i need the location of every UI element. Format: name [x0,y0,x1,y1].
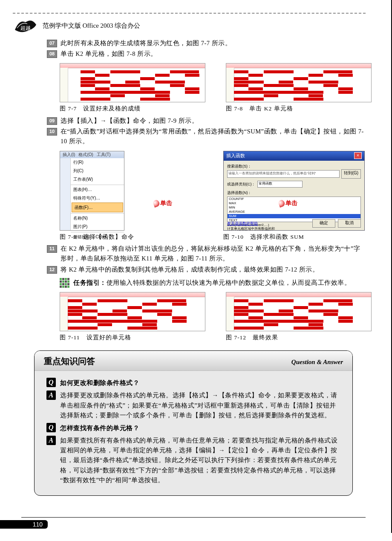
qa-answer-1: 选择要更改或删除条件格式的单元格。选择【格式】→【条件格式】命令，如果要更改格式… [60,391,340,420]
caption-7-12: 图 7-12 最终效果 [226,333,371,342]
step-number: 10 [47,128,57,136]
dialog-cat-label: 或选择类别(C)： [227,181,256,187]
step-text: 在“插入函数”对话框中选择类别为“常用函数”，然后选择函数为“SUM”函数，单击… [61,127,366,146]
click-callout: 单击 [279,199,297,208]
a-icon: A [46,391,56,400]
menu-item: 超链接(I)… Ctrl+K [71,232,124,241]
step-number: 07 [47,40,57,47]
step-number: 08 [47,50,57,58]
step-text: 在 K2 单元格中，将自动计算出该生的总分，将鼠标光标移动至 K2 单元格的右下… [61,244,366,263]
menu-head-insert: 插入(I) [63,151,75,158]
menu-item: 行(R) [71,158,124,167]
menu-item: 图表(H)… [71,185,124,194]
figure-7-11 [60,292,205,331]
dialog-search-label: 搜索函数(S)： [227,163,361,169]
page-number: 110 [0,520,48,529]
step-number: 11 [47,245,57,253]
step-text: 选择【插入】→【函数】命令，如图 7-9 所示。 [61,116,366,126]
header-title: 范例学中文版 Office 2003 综合办公 [43,20,140,31]
dialog-list-label: 选择函数(N)： [227,190,361,196]
caption-7-11: 图 7-11 设置好的单元格 [60,333,205,342]
qa-section: 重点知识问答 Question & Answer Q 如何更改和删除条件格式？ … [34,350,353,496]
book-logo-icon: 超越 [13,17,38,34]
menu-item: 名称(N) [71,213,124,223]
qa-title: 重点知识问答 [44,354,95,368]
step-10: 10 在“插入函数”对话框中选择类别为“常用函数”，然后选择函数为“SUM”函数… [47,127,366,146]
close-icon: × [354,152,362,159]
menu-item: 特殊符号(Y)… [71,194,124,203]
dialog-go-button: 转到(G) [341,169,361,179]
step-number: 12 [47,266,57,274]
figure-7-12 [226,292,372,331]
task-tip: 任务指引：使用输入特殊数据的方法可以快速为单元格中的数据定义单位，从而提高工作效… [60,278,366,288]
page-header: 超越 范例学中文版 Office 2003 综合办公 [13,17,366,34]
menu-head-format: 格式(O) [78,151,93,158]
dialog-cat-value: 常用函数 [257,181,303,188]
dialog-title: 插入函数 [226,152,245,160]
tip-marker-icon [60,278,71,288]
step-07: 07 此时所有未及格的学生成绩将显示为红色，如图 7-7 所示。 [47,38,366,48]
dialog-help-link: 有关该函数的帮助 [227,220,258,226]
click-callout: 单击 [153,199,172,208]
step-11: 11 在 K2 单元格中，将自动计算出该生的总分，将鼠标光标移动至 K2 单元格… [47,244,366,263]
step-text: 单击 K2 单元格，如图 7-8 所示。 [61,49,366,59]
qa-answer-2: 如果要查找所有有条件格式的单元格，可单击任意单元格；若要查找与指定单元格的条件格… [60,436,340,485]
figure-7-9: 插入(I) 格式(O) 工具(T) 行(R) 列(C) 工作表(W) 图表(H)… [60,151,124,231]
menu-item: 列(C) [71,167,124,175]
step-number: 09 [47,117,57,125]
dialog-ok-button: 确定 [312,219,335,228]
step-text: 此时所有未及格的学生成绩将显示为红色，如图 7-7 所示。 [61,38,366,48]
qa-question-1: 如何更改和删除条件格式？ [60,378,139,388]
caption-7-7: 图 7-7 设置好未及格的成绩 [60,104,205,113]
svg-text:超越: 超越 [20,25,31,31]
menu-item: 图片(P) [71,223,124,231]
step-08: 08 单击 K2 单元格，如图 7-8 所示。 [47,49,366,59]
a-icon: A [46,436,56,445]
tip-text: 使用输入特殊数据的方法可以快速为单元格中的数据定义单位，从而提高工作效率。 [107,279,351,286]
dialog-cancel-button: 取消 [338,219,361,228]
figure-7-7 [60,63,205,102]
dialog-search-hint: 请输入一条简短的说明来描述您想做什么，然后单击“转到” [227,170,340,178]
qa-question-2: 怎样查找有条件的单元格？ [60,423,139,433]
figure-7-8 [226,63,372,102]
figure-7-10: 插入函数 × 搜索函数(S)： 请输入一条简短的说明来描述您想做什么，然后单击“… [223,151,365,231]
menu-head-tools: 工具(T) [97,151,111,158]
caption-7-10: 图 7-10 选择求和函数 SUM [223,232,366,242]
menu-item-function: 函数(F)… [72,203,123,212]
step-12: 12 将 K2 单元格中的函数复制到其他单元格后，成绩表制作完成，最终效果如图 … [47,265,366,275]
q-icon: Q [46,423,56,432]
qa-subtitle: Question & Answer [291,357,343,367]
step-text: 将 K2 单元格中的函数复制到其他单元格后，成绩表制作完成，最终效果如图 7-1… [61,265,366,275]
caption-7-8: 图 7-8 单击 K2 单元格 [226,104,371,113]
tip-label: 任务指引： [73,279,107,286]
q-icon: Q [46,378,56,387]
menu-item: 工作表(W) [71,175,124,184]
step-09: 09 选择【插入】→【函数】命令，如图 7-9 所示。 [47,116,366,126]
